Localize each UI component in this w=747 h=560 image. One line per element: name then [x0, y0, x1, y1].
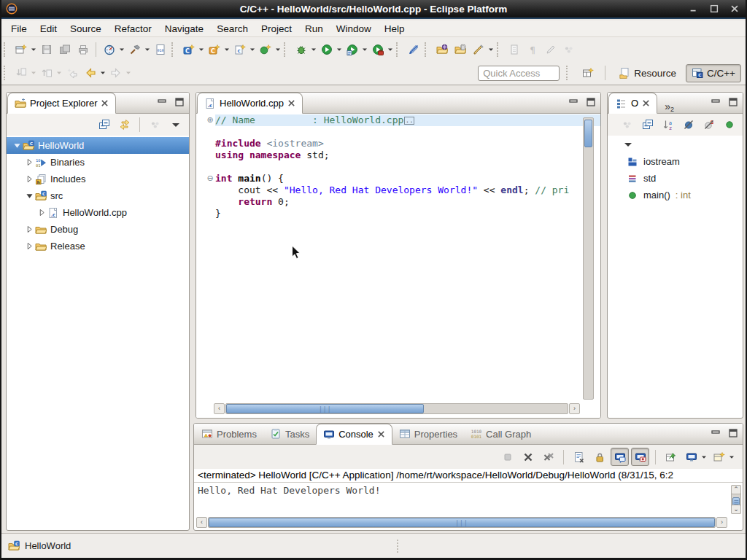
tab-problems[interactable]: Problems [195, 424, 263, 444]
tree-item-src[interactable]: Csrc [7, 187, 189, 204]
console-output[interactable]: Hello, Red Hat Developers World! [194, 483, 731, 516]
collapse-all-button[interactable] [95, 116, 113, 134]
maximize-icon[interactable] [586, 97, 596, 107]
maximize-icon[interactable] [174, 97, 185, 107]
new-source-file-dropdown[interactable] [249, 40, 256, 58]
console-hscroll-left-button[interactable]: ‹ [196, 517, 207, 528]
run-configurations-dropdown[interactable] [361, 40, 368, 58]
console-vertical-scrollbar[interactable]: ⌃ ☰ ⌄ [731, 485, 741, 514]
profiling-tools-dropdown[interactable] [118, 40, 125, 58]
editor-hscroll-right-button[interactable]: › [569, 403, 580, 414]
twisty-collapsed[interactable] [36, 209, 47, 216]
tree-item-debug[interactable]: Debug [7, 221, 189, 238]
editor-hscroll-left-button[interactable]: ‹ [214, 403, 225, 414]
build-button[interactable] [125, 40, 144, 58]
more-views-chevron[interactable]: »2 [665, 101, 674, 113]
menu-edit[interactable]: Edit [34, 22, 63, 36]
tab-project-explorer[interactable]: Project Explorer [7, 93, 116, 114]
new-dropdown[interactable] [30, 40, 37, 58]
open-perspective-button[interactable] [578, 64, 597, 82]
perspective-resource-button[interactable]: Resource [614, 64, 681, 82]
tab-console[interactable]: Console [316, 424, 392, 445]
scroll-lock-button[interactable] [590, 448, 608, 466]
open-task-button[interactable] [433, 40, 451, 58]
twisty-collapsed[interactable] [23, 226, 35, 233]
outline-item-iostream[interactable]: iostream [608, 153, 743, 170]
new-cpp-project-button[interactable]: C [205, 40, 223, 58]
hide-fields-button[interactable] [679, 116, 697, 134]
open-console-button[interactable] [710, 448, 728, 466]
run-dropdown[interactable] [336, 40, 343, 58]
close-icon[interactable] [642, 99, 650, 107]
menu-search[interactable]: Search [210, 22, 255, 36]
fold-minus-icon[interactable]: ⊖ [205, 173, 215, 184]
link-with-editor-button[interactable] [115, 116, 133, 134]
twisty-expanded[interactable] [11, 142, 23, 149]
clear-console-button[interactable] [570, 448, 588, 466]
tree-item-binaries[interactable]: 1001Binaries [7, 154, 189, 171]
run-configurations-button[interactable] [343, 40, 361, 58]
pin-console-button[interactable] [662, 448, 680, 466]
close-icon[interactable] [287, 99, 295, 107]
editor-horizontal-scrollbar[interactable]: ||| [225, 403, 568, 414]
open-console-dropdown[interactable] [728, 448, 735, 466]
menu-project[interactable]: Project [255, 22, 298, 36]
view-menu-button[interactable] [166, 116, 185, 134]
menu-window[interactable]: Window [330, 22, 378, 36]
perspective-cpp-button[interactable]: C C/C++ [686, 64, 741, 82]
new-c-project-button[interactable]: C [179, 40, 198, 58]
new-binary-button[interactable]: 010 [151, 40, 169, 58]
external-tools-dropdown[interactable] [387, 40, 394, 58]
profiling-tools-button[interactable] [100, 40, 118, 58]
tab-call-graph[interactable]: 10100101Call Graph [464, 424, 538, 444]
window-close-icon[interactable] [729, 4, 740, 14]
console-hscroll-right-button[interactable]: › [716, 517, 727, 528]
fold-plus-icon[interactable]: ⊕ [205, 114, 215, 126]
new-class-button[interactable] [256, 40, 274, 58]
display-selected-console-dropdown[interactable] [700, 448, 708, 466]
outline-item-std[interactable]: std [608, 170, 743, 187]
remove-launch-button[interactable] [519, 448, 537, 466]
menu-file[interactable]: File [4, 22, 34, 36]
menu-refactor[interactable]: Refactor [108, 22, 158, 36]
sort-button[interactable]: az [659, 116, 677, 134]
code-editor[interactable]: ⊕// Name : HelloWorld.cpp..#include <ios… [196, 114, 600, 418]
minimize-icon[interactable] [568, 97, 578, 107]
menu-run[interactable]: Run [298, 22, 330, 36]
editor-vertical-scrollbar[interactable] [583, 117, 594, 400]
close-icon[interactable] [377, 430, 385, 438]
quick-access-input[interactable] [478, 66, 560, 81]
tree-item-helloworld[interactable]: CHelloWorld [7, 137, 189, 154]
run-button[interactable] [317, 40, 336, 58]
maximize-icon[interactable] [728, 428, 738, 438]
folded-region-indicator[interactable]: .. [404, 117, 414, 125]
remove-all-terminated-button[interactable] [539, 448, 557, 466]
window-minimize-icon[interactable] [689, 4, 699, 14]
back-dropdown[interactable] [99, 64, 107, 82]
console-horizontal-scrollbar[interactable]: ||| [208, 517, 716, 528]
debug-dropdown[interactable] [310, 40, 317, 58]
close-icon[interactable] [101, 99, 109, 107]
new-button[interactable] [12, 40, 30, 58]
collapse-all-button[interactable] [638, 116, 657, 134]
new-cpp-project-dropdown[interactable] [223, 40, 231, 58]
minimize-icon[interactable] [711, 97, 721, 107]
mark-occurrences-button[interactable] [404, 40, 422, 58]
menu-help[interactable]: Help [378, 22, 411, 36]
hide-static-members-button[interactable]: S [700, 116, 718, 134]
outline-item-main[interactable]: main() : int [608, 187, 743, 203]
twisty-collapsed[interactable] [23, 243, 35, 249]
new-class-dropdown[interactable] [274, 40, 282, 58]
back-button[interactable] [81, 64, 99, 82]
highlight-dropdown[interactable] [487, 40, 495, 58]
minimize-icon[interactable] [157, 97, 167, 107]
twisty-expanded[interactable] [23, 192, 35, 199]
menu-navigate[interactable]: Navigate [158, 22, 210, 36]
view-menu-icon[interactable] [622, 139, 634, 150]
display-selected-console-button[interactable] [682, 448, 700, 466]
tree-item-includes[interactable]: hIncludes [7, 171, 189, 187]
maximize-icon[interactable] [728, 97, 738, 107]
debug-button[interactable] [292, 40, 310, 58]
window-maximize-icon[interactable] [709, 4, 719, 14]
tab-editor-helloworld-cpp[interactable]: .c HelloWorld.cpp [197, 93, 303, 114]
